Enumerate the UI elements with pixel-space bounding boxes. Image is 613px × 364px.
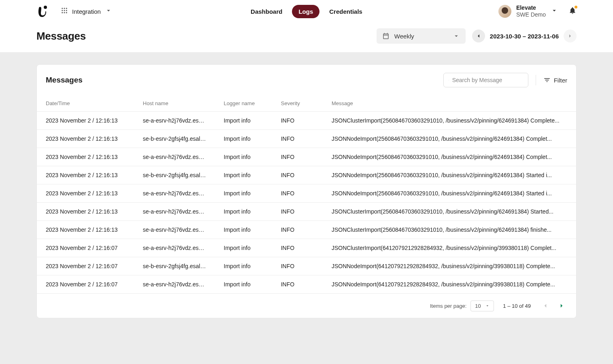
app-switcher[interactable]: Integration [61, 7, 112, 16]
svg-point-7 [62, 12, 63, 13]
table-row[interactable]: 2023 November 2 / 12:16:07se-a-esrv-h2j7… [37, 239, 576, 257]
messages-table: Date/Time Host name Logger name Severity… [37, 95, 576, 294]
top-nav: Dashboard Logs Credentials [244, 5, 369, 18]
paginator-next-button[interactable] [556, 300, 567, 311]
date-prev-button[interactable] [472, 30, 485, 42]
date-next-button[interactable] [564, 30, 577, 42]
cell-logger: Import info [215, 166, 269, 184]
cell-message: JSONClusterImport(2560846703603291010, /… [323, 112, 576, 130]
svg-point-9 [66, 12, 67, 13]
cell-logger: Import info [215, 239, 269, 257]
cell-message: JSONClusterImport(2560846703603291010, /… [323, 203, 576, 221]
cell-severity: INFO [269, 203, 323, 221]
app-header: Integration Dashboard Logs Credentials E… [0, 0, 613, 23]
page-body: Messages Filter Date/Time Ho [0, 52, 613, 364]
cell-severity: INFO [269, 239, 323, 257]
cell-hostname: se-b-esrv-2gfsj4fg.esales.ap... [134, 130, 215, 148]
cell-hostname: se-b-esrv-2gfsj4fg.esales.ap... [134, 257, 215, 275]
table-row[interactable]: 2023 November 2 / 12:16:07se-a-esrv-h2j7… [37, 275, 576, 294]
apps-grid-icon [61, 7, 68, 16]
card-header: Messages Filter [37, 65, 576, 95]
svg-point-4 [62, 10, 63, 11]
cell-datetime: 2023 November 2 / 12:16:13 [37, 203, 134, 221]
cell-datetime: 2023 November 2 / 12:16:07 [37, 239, 134, 257]
paginator-range: 1 – 10 of 49 [503, 303, 531, 309]
svg-point-3 [66, 8, 67, 9]
cell-severity: INFO [269, 184, 323, 203]
cell-message: JSONNodeImport(6412079212928284932, /bus… [323, 257, 576, 275]
app-switcher-label: Integration [72, 8, 101, 15]
cell-message: JSONNodeImport(2560846703603291010, /bus… [323, 148, 576, 166]
paginator-prev-button[interactable] [540, 300, 551, 311]
ipp-value: 10 [475, 303, 481, 309]
cell-datetime: 2023 November 2 / 12:16:13 [37, 130, 134, 148]
table-row[interactable]: 2023 November 2 / 12:16:13se-a-esrv-h2j7… [37, 112, 576, 130]
col-header-severity[interactable]: Severity [269, 95, 323, 112]
filter-icon [543, 76, 551, 84]
nav-credentials[interactable]: Credentials [323, 5, 369, 18]
card-title: Messages [46, 76, 83, 85]
table-row[interactable]: 2023 November 2 / 12:16:13se-a-esrv-h2j7… [37, 184, 576, 203]
cell-logger: Import info [215, 130, 269, 148]
cell-datetime: 2023 November 2 / 12:16:13 [37, 184, 134, 203]
cell-message: JSONNodeImport(6412079212928284932, /bus… [323, 275, 576, 294]
chevron-right-icon [558, 302, 565, 309]
chevron-right-icon [567, 33, 573, 39]
ipp-label: Items per page: [430, 303, 466, 309]
cell-datetime: 2023 November 2 / 12:16:13 [37, 112, 134, 130]
cell-logger: Import info [215, 257, 269, 275]
cell-hostname: se-a-esrv-h2j76vdz.esales.ap... [134, 112, 215, 130]
cell-message: JSONClusterImport(6412079212928284932, /… [323, 239, 576, 257]
table-row[interactable]: 2023 November 2 / 12:16:13se-a-esrv-h2j7… [37, 148, 576, 166]
svg-point-2 [64, 8, 65, 9]
paginator: Items per page: 10 1 – 10 of 49 [37, 294, 576, 318]
search-input-wrapper[interactable] [443, 73, 528, 87]
notifications-button[interactable] [568, 6, 577, 16]
nav-dashboard[interactable]: Dashboard [244, 5, 289, 18]
items-per-page: Items per page: 10 [430, 301, 494, 311]
svg-point-6 [66, 10, 67, 11]
chevron-left-icon [542, 302, 549, 309]
table-row[interactable]: 2023 November 2 / 12:16:13se-a-esrv-h2j7… [37, 203, 576, 221]
search-icon [449, 76, 449, 84]
col-header-datetime[interactable]: Date/Time [37, 95, 134, 112]
cell-severity: INFO [269, 275, 323, 294]
ipp-select[interactable]: 10 [470, 301, 494, 311]
date-nav: 2023-10-30 – 2023-11-06 [472, 30, 577, 42]
periodicity-select[interactable]: Weekly [377, 28, 466, 44]
cell-message: JSONNodeImport(2560846703603291010, /bus… [323, 184, 576, 203]
cell-severity: INFO [269, 148, 323, 166]
cell-datetime: 2023 November 2 / 12:16:13 [37, 221, 134, 239]
cell-logger: Import info [215, 112, 269, 130]
cell-severity: INFO [269, 130, 323, 148]
svg-point-8 [64, 12, 65, 13]
user-menu[interactable]: Elevate SWE Demo [498, 4, 558, 18]
cell-hostname: se-a-esrv-h2j76vdz.esales.ap... [134, 221, 215, 239]
chevron-down-icon [551, 7, 558, 16]
filter-button[interactable]: Filter [543, 76, 567, 84]
col-header-logger[interactable]: Logger name [215, 95, 269, 112]
cell-hostname: se-a-esrv-h2j76vdz.esales.ap... [134, 275, 215, 294]
filter-label: Filter [554, 77, 567, 84]
search-input[interactable] [452, 77, 523, 83]
table-row[interactable]: 2023 November 2 / 12:16:07se-b-esrv-2gfs… [37, 257, 576, 275]
chevron-down-icon [453, 32, 460, 40]
cell-logger: Import info [215, 203, 269, 221]
table-row[interactable]: 2023 November 2 / 12:16:13se-b-esrv-2gfs… [37, 166, 576, 184]
cell-message: JSONClusterImport(2560846703603291010, /… [323, 221, 576, 239]
cell-datetime: 2023 November 2 / 12:16:07 [37, 275, 134, 294]
nav-logs[interactable]: Logs [292, 5, 319, 18]
table-row[interactable]: 2023 November 2 / 12:16:13se-a-esrv-h2j7… [37, 221, 576, 239]
col-header-message[interactable]: Message [323, 95, 576, 112]
chevron-down-icon [105, 7, 112, 16]
cell-datetime: 2023 November 2 / 12:16:13 [37, 148, 134, 166]
cell-logger: Import info [215, 148, 269, 166]
cell-hostname: se-a-esrv-h2j76vdz.esales.ap... [134, 184, 215, 203]
user-name: Elevate [516, 4, 546, 11]
table-row[interactable]: 2023 November 2 / 12:16:13se-b-esrv-2gfs… [37, 130, 576, 148]
calendar-icon [382, 32, 390, 40]
messages-card: Messages Filter Date/Time Ho [36, 64, 577, 318]
col-header-hostname[interactable]: Host name [134, 95, 215, 112]
chevron-down-icon [485, 303, 490, 309]
periodicity-value: Weekly [394, 33, 448, 40]
